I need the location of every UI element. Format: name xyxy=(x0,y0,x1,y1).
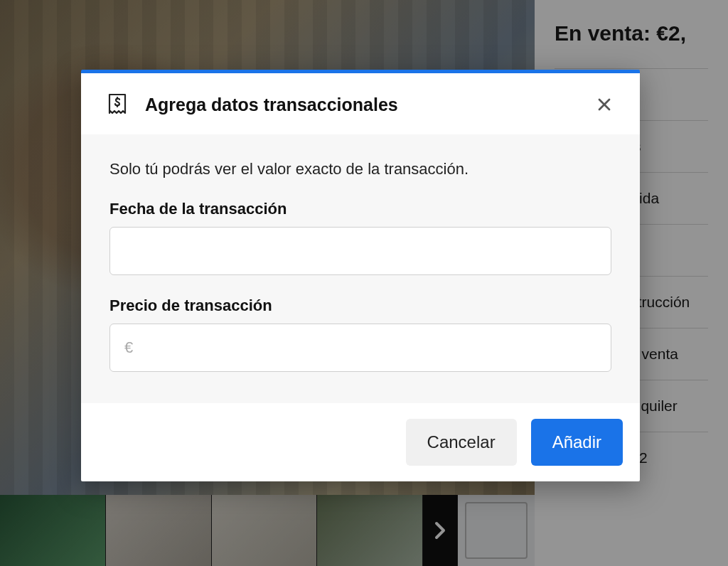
close-icon xyxy=(596,96,613,113)
receipt-icon xyxy=(107,92,128,117)
transaction-price-label: Precio de transacción xyxy=(109,297,611,315)
cancel-button[interactable]: Cancelar xyxy=(406,419,517,466)
modal-info-text: Solo tú podrás ver el valor exacto de la… xyxy=(109,160,611,178)
transaction-data-modal: Agrega datos transaccionales Solo tú pod… xyxy=(81,70,640,481)
close-button[interactable] xyxy=(594,95,614,114)
modal-footer: Cancelar Añadir xyxy=(81,403,640,481)
modal-body: Solo tú podrás ver el valor exacto de la… xyxy=(81,134,640,403)
submit-button[interactable]: Añadir xyxy=(531,419,623,466)
transaction-date-field-group: Fecha de la transacción xyxy=(109,200,611,275)
modal-title: Agrega datos transaccionales xyxy=(145,95,577,115)
transaction-price-field-group: Precio de transacción xyxy=(109,297,611,372)
transaction-date-input[interactable] xyxy=(109,227,611,275)
transaction-price-input[interactable] xyxy=(109,324,611,372)
modal-header: Agrega datos transaccionales xyxy=(81,73,640,134)
transaction-date-label: Fecha de la transacción xyxy=(109,200,611,218)
